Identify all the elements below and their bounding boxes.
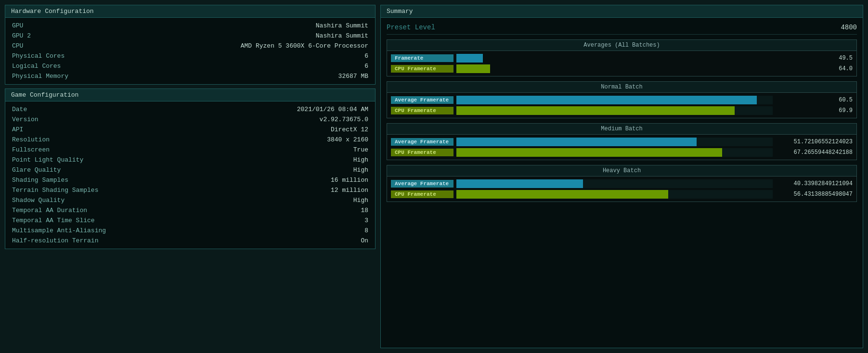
medium-avg-row: Average Framerate 51.72106552124023 [391, 138, 853, 146]
game-label-taaduration: Temporal AA Duration [12, 207, 87, 214]
avg-row-cpu: CPU Framerate 64.0 [391, 64, 853, 73]
hw-value-gpu: Nashira Summit [316, 22, 368, 29]
game-row-resolution: Resolution 3840 x 2160 [5, 135, 375, 145]
game-value-api: DirectX 12 [331, 126, 368, 133]
normal-avg-bar-fill [456, 96, 757, 104]
game-label-fullscreen: Fullscreen [12, 146, 50, 153]
medium-avg-label: Average Framerate [391, 138, 453, 146]
game-value-taatimeslice: 3 [364, 217, 368, 224]
heavy-avg-value: 40.33982849121094 [776, 180, 853, 187]
hw-value-physmem: 32687 MB [338, 73, 368, 80]
hw-label-cpu: CPU [12, 42, 23, 50]
heavy-avg-bar-fill [456, 179, 583, 188]
game-label-taatimeslice: Temporal AA Time Slice [12, 217, 95, 224]
heavy-batch-header: Heavy Batch [387, 165, 856, 176]
game-row-fullscreen: Fullscreen True [5, 145, 375, 155]
game-row-version: Version v2.92.73675.0 [5, 114, 375, 125]
game-label-msaa: Multisample Anti-Aliasing [12, 227, 106, 234]
game-row-halfres: Half-resolution Terrain On [5, 236, 375, 246]
normal-cpu-label: CPU Framerate [391, 107, 453, 114]
averages-header: Averages (All Batches) [387, 40, 856, 51]
normal-cpu-row: CPU Framerate 69.9 [391, 106, 853, 115]
game-label-version: Version [12, 116, 39, 123]
heavy-avg-label: Average Framerate [391, 180, 453, 188]
preset-row: Preset Level 4800 [387, 22, 857, 35]
game-row-date: Date 2021/01/26 08:04 AM [5, 104, 375, 114]
hw-value-cpu: AMD Ryzen 5 3600X 6-Core Processor [241, 42, 368, 50]
game-label-pointlight: Point Light Quality [12, 156, 83, 164]
normal-avg-row: Average Framerate 60.5 [391, 96, 853, 104]
avg-value-framerate: 49.5 [829, 55, 853, 62]
medium-avg-bar-fill [456, 138, 697, 146]
medium-avg-bar [456, 138, 773, 146]
game-value-halfres: On [361, 237, 368, 244]
normal-avg-bar [456, 96, 773, 104]
game-row-terrainshading: Terrain Shading Samples 12 million [5, 185, 375, 195]
game-label-shading: Shading Samples [12, 176, 68, 184]
game-row-msaa: Multisample Anti-Aliasing 8 [5, 226, 375, 236]
game-row-taatimeslice: Temporal AA Time Slice 3 [5, 215, 375, 226]
game-value-date: 2021/01/26 08:04 AM [297, 106, 368, 113]
game-label-date: Date [12, 106, 27, 113]
medium-cpu-bar [456, 148, 773, 157]
game-row-shading: Shading Samples 16 million [5, 175, 375, 185]
main-container: Hardware Configuration GPU Nashira Summi… [5, 5, 863, 348]
hardware-section: Hardware Configuration GPU Nashira Summi… [5, 5, 376, 85]
avg-bar-framerate [456, 54, 826, 63]
hw-label-physmem: Physical Memory [12, 73, 68, 80]
avg-bar-cpu [456, 64, 826, 73]
heavy-cpu-row: CPU Framerate 56.43138885498047 [391, 190, 853, 199]
game-row-taaduration: Temporal AA Duration 18 [5, 205, 375, 215]
game-value-shadow: High [353, 197, 368, 204]
hw-label-logcores: Logical Cores [12, 63, 61, 70]
averages-content: Framerate 49.5 CPU Framerate 64.0 [387, 51, 856, 76]
game-row-pointlight: Point Light Quality High [5, 155, 375, 165]
avg-value-cpu: 64.0 [829, 65, 853, 72]
hw-row-physmem: Physical Memory 32687 MB [5, 71, 375, 81]
game-label-resolution: Resolution [12, 136, 50, 143]
game-label-halfres: Half-resolution Terrain [12, 237, 98, 244]
hw-label-physcores: Physical Cores [12, 52, 65, 60]
hardware-title: Hardware Configuration [11, 8, 94, 15]
hw-value-logcores: 6 [364, 63, 368, 70]
game-value-resolution: 3840 x 2160 [327, 136, 368, 143]
medium-cpu-value: 67.26559448242188 [776, 149, 853, 156]
game-label-terrainshading: Terrain Shading Samples [12, 187, 98, 194]
medium-cpu-label: CPU Framerate [391, 149, 453, 156]
game-row-shadow: Shadow Quality High [5, 195, 375, 205]
hw-label-gpu2: GPU 2 [12, 32, 31, 39]
normal-cpu-value: 69.9 [776, 107, 853, 114]
heavy-cpu-label: CPU Framerate [391, 190, 453, 198]
summary-content: Preset Level 4800 Averages (All Batches)… [381, 18, 863, 348]
game-label-api: API [12, 126, 23, 133]
normal-avg-value: 60.5 [776, 97, 853, 103]
averages-section: Averages (All Batches) Framerate 49.5 CP… [387, 39, 857, 76]
hw-label-gpu: GPU [12, 22, 23, 29]
game-title: Game Configuration [11, 91, 78, 99]
preset-label: Preset Level [387, 24, 435, 31]
game-value-version: v2.92.73675.0 [320, 116, 368, 123]
hw-value-physcores: 6 [364, 52, 368, 60]
game-value-terrainshading: 12 million [331, 187, 368, 194]
normal-cpu-bar [456, 106, 773, 115]
preset-value: 4800 [841, 24, 857, 31]
hw-row-gpu2: GPU 2 Nashira Summit [5, 31, 375, 41]
medium-batch-content: Average Framerate 51.72106552124023 CPU … [387, 135, 856, 160]
game-value-glare: High [353, 166, 368, 174]
avg-label-framerate: Framerate [391, 54, 453, 62]
medium-cpu-row: CPU Framerate 67.26559448242188 [391, 148, 853, 157]
normal-batch-section: Normal Batch Average Framerate 60.5 CPU … [387, 81, 857, 118]
hw-row-logcores: Logical Cores 6 [5, 61, 375, 71]
hardware-content: GPU Nashira Summit GPU 2 Nashira Summit … [5, 18, 375, 84]
game-value-msaa: 8 [364, 227, 368, 234]
summary-panel: Summary Preset Level 4800 Averages (All … [380, 5, 863, 348]
heavy-batch-content: Average Framerate 40.33982849121094 CPU … [387, 176, 856, 202]
medium-cpu-bar-fill [456, 148, 722, 157]
game-label-shadow: Shadow Quality [12, 197, 65, 204]
game-row-glare: Glare Quality High [5, 165, 375, 175]
heavy-cpu-value: 56.43138885498047 [776, 191, 853, 198]
hardware-header: Hardware Configuration [5, 5, 375, 18]
medium-avg-value: 51.72106552124023 [776, 139, 853, 145]
game-value-shading: 16 million [331, 176, 368, 184]
game-value-taaduration: 18 [361, 207, 368, 214]
